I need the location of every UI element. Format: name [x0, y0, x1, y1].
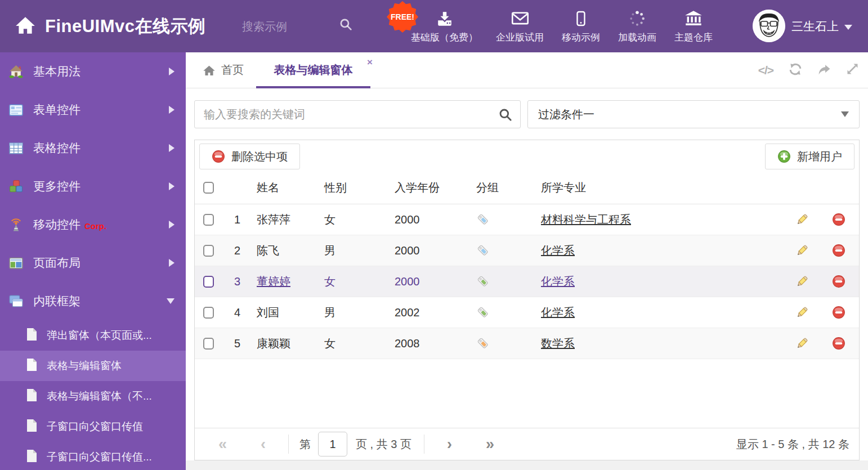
cell-gender: 女	[324, 212, 395, 227]
sidebar-subitem-label: 表格与编辑窗体	[47, 359, 122, 373]
cell-gender: 男	[324, 243, 395, 258]
row-checkbox[interactable]	[203, 276, 214, 288]
table-row[interactable]: 1 张萍萍 女 2000 材料科学与工程系	[195, 204, 859, 235]
delete-row-icon[interactable]	[832, 337, 845, 350]
page-number-input[interactable]	[318, 432, 347, 456]
sidebar-item-form-controls[interactable]: 表单控件	[0, 91, 186, 129]
sidebar-subitem-label: 子窗口向父窗口传值...	[47, 450, 152, 464]
table-row[interactable]: 2 陈飞 男 2000 化学系	[195, 235, 859, 266]
row-checkbox[interactable]	[203, 245, 214, 257]
column-header-group[interactable]: 分组	[476, 180, 541, 195]
sidebar-item-mobile-controls[interactable]: 移动控件 Corp.	[0, 205, 186, 244]
keyword-search-box	[194, 100, 521, 128]
sidebar-subitem-popup-window[interactable]: 弹出窗体（本页面或...	[0, 320, 186, 351]
edit-pencil-icon[interactable]	[795, 213, 809, 226]
next-page-button[interactable]: ›	[447, 437, 452, 452]
sidebar-item-page-layout[interactable]: 页面布局	[0, 244, 186, 282]
search-icon[interactable]	[498, 108, 513, 124]
first-page-button[interactable]: «	[218, 437, 227, 452]
pagination-bar: « ‹ 第 页 , 共 3 页 › » 显示 1 - 5 条 , 共 12 条	[195, 428, 859, 460]
user-avatar[interactable]	[753, 10, 785, 42]
row-checkbox[interactable]	[203, 338, 214, 350]
header-search-icon[interactable]	[339, 17, 353, 34]
sidebar-item-more-controls[interactable]: 更多控件	[0, 167, 186, 205]
cell-year: 2000	[395, 244, 476, 257]
keyword-search-input[interactable]	[195, 101, 520, 128]
table-row[interactable]: 5 康颖颖 女 2008 数学系	[195, 328, 859, 359]
sidebar-subitem-grid-edit-window-2[interactable]: 表格与编辑窗体（不...	[0, 381, 186, 411]
nav-item-enterprise-trial[interactable]: 企业版试用	[487, 9, 553, 44]
sidebar-subitem-label: 表格与编辑窗体（不...	[47, 389, 152, 404]
table-row[interactable]: 4 刘国 男 2002 化学系	[195, 297, 859, 328]
column-header-year[interactable]: 入学年份	[395, 180, 476, 195]
row-checkbox[interactable]	[203, 307, 214, 319]
tab-home[interactable]: 首页	[203, 52, 244, 88]
header-nav: 基础版（免费） 企业版试用 移动示例 加载动画	[402, 0, 722, 52]
cell-year: 2000	[395, 275, 476, 288]
sidebar-item-grid-controls[interactable]: 表格控件	[0, 129, 186, 167]
tag-icon	[476, 244, 490, 257]
major-link[interactable]: 数学系	[541, 337, 575, 350]
row-number: 1	[234, 213, 257, 226]
home-icon[interactable]	[15, 16, 36, 37]
nav-item-mobile-demo[interactable]: 移动示例	[553, 9, 609, 44]
filter-dropdown[interactable]: 过滤条件一	[527, 100, 860, 128]
chevron-down-icon	[844, 25, 852, 30]
sidebar-subitem-child-to-parent-2[interactable]: 子窗口向父窗口传值...	[0, 442, 186, 470]
column-header-name[interactable]: 姓名	[257, 180, 324, 195]
user-menu[interactable]: 三生石上	[791, 19, 852, 34]
app-title[interactable]: FineUIMvc在线示例	[45, 15, 206, 38]
cell-gender: 女	[324, 274, 395, 289]
grid-panel: 删除选中项 新增用户 姓名 性别 入学年份 分组 所学专业	[194, 140, 860, 460]
prev-page-button[interactable]: ‹	[261, 437, 266, 452]
sidebar-item-inline-frame[interactable]: 内联框架	[0, 282, 186, 320]
delete-row-icon[interactable]	[832, 306, 845, 319]
header-search-input[interactable]	[242, 18, 332, 35]
add-user-button[interactable]: 新增用户	[765, 144, 854, 169]
tab-toolbar: </>	[758, 52, 859, 88]
major-link[interactable]: 化学系	[541, 275, 575, 288]
major-link[interactable]: 化学系	[541, 244, 575, 257]
nav-item-theme-repo[interactable]: 主题仓库	[665, 9, 722, 44]
sidebar-item-basic-usage[interactable]: 基本用法	[0, 52, 186, 91]
page: FineUIMvc在线示例 FREE! 基础版（免费） 企业版试用	[0, 0, 868, 470]
column-header-major[interactable]: 所学专业	[541, 180, 786, 195]
edit-pencil-icon[interactable]	[795, 306, 809, 319]
nav-item-label: 基础版（免费）	[411, 31, 478, 44]
select-all-checkbox[interactable]	[203, 182, 214, 194]
nav-item-label: 企业版试用	[496, 31, 544, 44]
cell-year: 2008	[395, 337, 476, 350]
last-page-button[interactable]: »	[486, 437, 494, 452]
close-icon[interactable]: ×	[367, 57, 373, 67]
nav-item-basic-edition[interactable]: 基础版（免费）	[402, 9, 487, 44]
tab-grid-edit-window[interactable]: 表格与编辑窗体 ×	[256, 52, 370, 88]
edit-pencil-icon[interactable]	[795, 244, 809, 257]
sidebar-item-label: 基本用法	[33, 64, 80, 79]
cell-name[interactable]: 董婷婷	[257, 275, 290, 288]
source-code-icon[interactable]: </>	[758, 64, 773, 77]
row-checkbox[interactable]	[203, 214, 214, 226]
major-link[interactable]: 材料科学与工程系	[541, 213, 631, 226]
delete-selected-label: 删除选中项	[231, 149, 288, 164]
edit-pencil-icon[interactable]	[795, 337, 809, 350]
delete-selected-button[interactable]: 删除选中项	[199, 144, 300, 169]
cell-group	[476, 244, 541, 257]
major-link[interactable]: 化学系	[541, 306, 575, 319]
sidebar-item-label: 表单控件	[33, 102, 80, 118]
expand-icon[interactable]	[846, 62, 859, 78]
share-arrow-icon[interactable]	[817, 63, 831, 78]
column-header-gender[interactable]: 性别	[324, 180, 395, 195]
nav-item-loading-animations[interactable]: 加载动画	[609, 9, 665, 44]
delete-row-icon[interactable]	[832, 244, 845, 257]
home-icon	[203, 64, 216, 76]
delete-row-icon[interactable]	[832, 213, 845, 226]
sidebar-subitem-grid-edit-window[interactable]: 表格与编辑窗体	[0, 351, 186, 381]
sidebar-subitem-child-to-parent[interactable]: 子窗口向父窗口传值	[0, 411, 186, 442]
delete-row-icon[interactable]	[832, 275, 845, 288]
row-number: 4	[234, 306, 257, 319]
tab-active-label: 表格与编辑窗体	[274, 64, 353, 76]
refresh-icon[interactable]	[789, 62, 802, 78]
edit-pencil-icon[interactable]	[795, 275, 809, 288]
page-label-suffix: 页 , 共 3 页	[356, 437, 411, 452]
table-row-selected[interactable]: 3 董婷婷 女 2000 化学系	[195, 266, 859, 297]
